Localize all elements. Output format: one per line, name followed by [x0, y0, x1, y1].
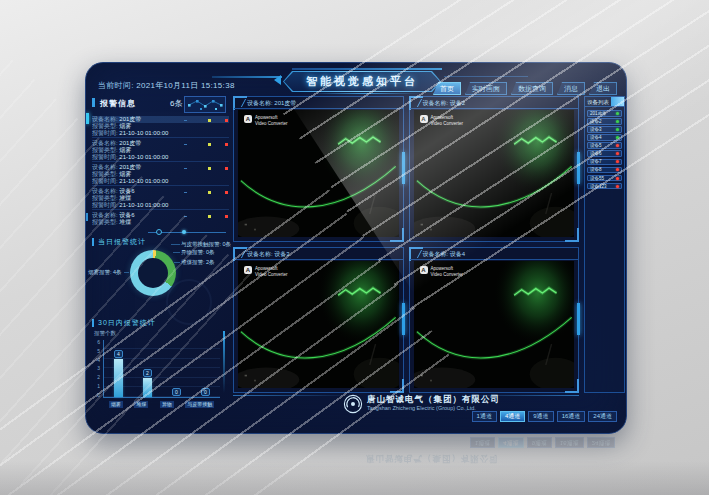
edge-accent [86, 113, 89, 124]
title-box: 智能视觉感知平台 [283, 71, 441, 92]
leader-line [171, 244, 180, 245]
channel-button-16[interactable]: 16通道 [557, 411, 586, 422]
company-logo [343, 394, 363, 414]
bar [114, 359, 123, 397]
device-list-item[interactable]: 201皮带 [587, 110, 622, 117]
pie-label: 烟雾报警: 4条 [88, 269, 122, 276]
alarm-count-badge: 6条 [170, 98, 182, 109]
panel-accent-bar [402, 303, 405, 335]
leader-line [173, 252, 180, 253]
alarm-entry[interactable]: 设备名称: 201皮带 报警类型: 烟雾 报警时间: 21-10-10 01:0… [92, 114, 229, 138]
device-list-item[interactable]: 设备2 [587, 118, 622, 125]
video-feed: A ApowersoftVideo Converter [414, 110, 575, 237]
bar-value: 0 [172, 388, 181, 396]
video-feed: A ApowersoftVideo Converter [238, 261, 399, 388]
channel-button-24[interactable]: 24通道 [588, 411, 617, 422]
device-list-item[interactable]: 设备8 [587, 167, 622, 174]
status-dot [616, 160, 619, 163]
header-decoration-line [310, 93, 420, 94]
nav-button-data-query[interactable]: 数据查询 [511, 82, 553, 95]
bar [143, 378, 152, 397]
alarm-indicator [184, 215, 228, 218]
ghost-ring-decoration [166, 279, 212, 325]
alarm-indicator [184, 191, 228, 194]
nav-button-exit[interactable]: 退出 [589, 82, 617, 95]
section-tick [92, 98, 95, 107]
page-title: 智能视觉感知平台 [306, 74, 418, 89]
device-list-panel: 设备列表 201皮带 设备2 设备3 设备4 设备5 设备6 设备7 设备8 设… [584, 96, 625, 393]
alarm-entry[interactable]: 设备名称: 设备6 报警类型: 堆煤 报警时间: 21-10-10 01:00:… [92, 210, 229, 226]
video-grid: 设备名称: 201皮带 A ApowersoftVideo Converter … [233, 96, 579, 393]
channel-button-1[interactable]: 1通道 [472, 411, 497, 422]
bar-chart-ylabel: 报警个数 [94, 330, 116, 337]
watermark: A ApowersoftVideo Converter [420, 115, 463, 126]
bar-value: 2 [143, 369, 152, 377]
alarm-list: 设备名称: 201皮带 报警类型: 烟雾 报警时间: 21-10-10 01:0… [92, 114, 229, 226]
device-list-item[interactable]: 设备5 [587, 142, 622, 149]
pie-label: 异物报警: 0条 [181, 249, 215, 256]
watermark: A ApowersoftVideo Converter [244, 115, 287, 126]
title-chevron-icon [274, 75, 281, 85]
edge-accent [86, 213, 88, 221]
device-list-title: 设备列表 [587, 99, 609, 106]
circuit-decoration [184, 96, 226, 113]
leader-line [124, 272, 129, 273]
vertical-accent [223, 331, 225, 393]
watermark: A ApowersoftVideo Converter [244, 266, 287, 277]
nav-button-live-view[interactable]: 实时画面 [465, 82, 507, 95]
device-list-item[interactable]: 设备123 [587, 183, 622, 190]
month-stats-title: 30日内报警统计 [92, 319, 156, 327]
status-dot [616, 128, 619, 131]
bar-value: 0 [201, 388, 210, 396]
device-list-item[interactable]: 设备6 [587, 150, 622, 157]
watermark: A ApowersoftVideo Converter [420, 266, 463, 277]
company-name-en: Tangshan Zhicheng Electric (Group) Co.,L… [367, 405, 476, 411]
alarm-entry[interactable]: 设备名称: 设备6 报警类型: 堆煤 报警时间: 21-10-10 01:00:… [92, 186, 229, 210]
status-dot [616, 152, 619, 155]
status-dot [616, 120, 619, 123]
header-slash [236, 250, 246, 258]
alarm-entry[interactable]: 设备名称: 201皮带 报警类型: 烟雾 报警时间: 21-10-10 01:0… [92, 138, 229, 162]
video-panel-2[interactable]: 设备名称: 设备2 A ApowersoftVideo Converter [409, 96, 580, 242]
watermark-icon: A [244, 115, 252, 123]
channel-button-4[interactable]: 4通道 [500, 411, 525, 422]
device-list-item[interactable]: 设备3 [587, 126, 622, 133]
panel-accent-bar [577, 152, 580, 184]
leader-line [174, 262, 180, 263]
current-time: 当前时间: 2021年10月11日 15:15:38 [98, 80, 235, 91]
video-feed: A ApowersoftVideo Converter [414, 261, 575, 388]
video-feed: A ApowersoftVideo Converter [238, 110, 399, 237]
status-dot [616, 144, 619, 147]
device-list-tab[interactable] [611, 97, 624, 106]
device-list-item[interactable]: 设备4 [587, 134, 622, 141]
bar-value: 4 [114, 350, 123, 358]
status-dot [616, 177, 619, 180]
alarm-entry[interactable]: 设备名称: 201皮带 报警类型: 烟雾 报警时间: 21-10-10 01:0… [92, 162, 229, 186]
alarm-indicator [184, 119, 228, 122]
device-list-item[interactable]: 设备55 [587, 175, 622, 182]
video-panel-4[interactable]: 设备名称: 设备4 A ApowersoftVideo Converter [409, 247, 580, 393]
panel-accent-bar [577, 303, 580, 335]
watermark-icon: A [420, 266, 428, 274]
channel-selector: 1通道 4通道 9通道 16通道 24通道 [472, 411, 617, 422]
video-title: 设备名称: 设备2 [423, 99, 466, 108]
header-slash [411, 99, 421, 107]
channel-button-9[interactable]: 9通道 [528, 411, 553, 422]
nav-button-home[interactable]: 首页 [433, 82, 461, 95]
bar-chart: 4 2 0 0 [103, 340, 220, 398]
bar-chart-categories: 烟雾堆煤异物与皮带接触 [103, 401, 220, 408]
dashboard-panel: 当前时间: 2021年10月11日 15:15:38 智能视觉感知平台 首页 实… [85, 62, 627, 434]
company-reflection: 唐山智诚电气（集团）有限公司 [366, 452, 499, 464]
header-slash [411, 250, 421, 258]
header-slash [236, 99, 246, 107]
device-list-item[interactable]: 设备7 [587, 159, 622, 166]
header-decoration-line [292, 68, 442, 70]
alarm-panel-title: 报警信息 [100, 98, 136, 109]
pie-label: 与皮带接触报警: 0条 [181, 241, 231, 248]
watermark-icon: A [420, 115, 428, 123]
video-panel-3[interactable]: 设备名称: 设备3 A ApowersoftVideo Converter [233, 247, 404, 393]
nav-button-message[interactable]: 消息 [557, 82, 585, 95]
pie-label: 堆煤报警: 2条 [181, 259, 215, 266]
video-panel-1[interactable]: 设备名称: 201皮带 A ApowersoftVideo Converter [233, 96, 404, 242]
bar-chart-yaxis: 6543210 [89, 340, 100, 398]
